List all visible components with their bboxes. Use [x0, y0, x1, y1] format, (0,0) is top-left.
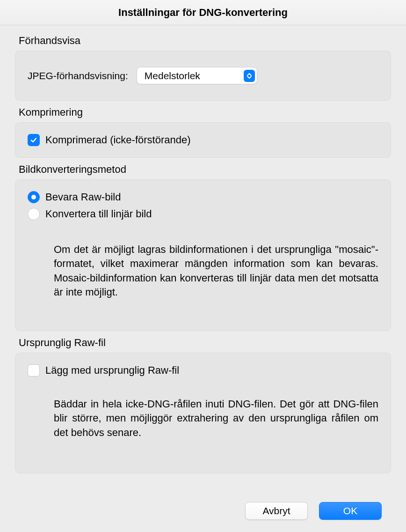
- jpeg-preview-select-wrap: Medelstorlek: [137, 67, 257, 84]
- dialog-buttons: Avbryt OK: [245, 502, 382, 520]
- compressed-checkbox[interactable]: [28, 134, 40, 146]
- dialog-content: Förhandsvisa JPEG-förhandsvisning: Medel…: [0, 25, 406, 473]
- conversion-panel: Bevara Raw-bild Konvertera till linjär b…: [15, 179, 391, 331]
- original-raw-panel: Lägg med ursprunglig Raw-fil Bäddar in h…: [15, 353, 391, 473]
- preview-section-label: Förhandsvisa: [19, 35, 391, 47]
- preview-panel: JPEG-förhandsvisning: Medelstorlek: [15, 51, 391, 101]
- preserve-raw-row[interactable]: Bevara Raw-bild: [28, 191, 378, 203]
- embed-raw-checkbox[interactable]: [28, 364, 40, 377]
- compressed-label: Komprimerad (icke-förstörande): [45, 134, 191, 146]
- ok-button[interactable]: OK: [319, 502, 382, 520]
- compression-section-label: Komprimering: [19, 106, 391, 118]
- convert-linear-row[interactable]: Konvertera till linjär bild: [28, 208, 378, 220]
- convert-linear-label: Konvertera till linjär bild: [45, 208, 152, 220]
- cancel-button[interactable]: Avbryt: [245, 502, 308, 520]
- compression-panel: Komprimerad (icke-förstörande): [15, 122, 391, 158]
- preserve-raw-radio[interactable]: [28, 191, 40, 203]
- jpeg-preview-select[interactable]: Medelstorlek: [137, 67, 257, 84]
- conversion-section-label: Bildkonverteringsmetod: [19, 163, 391, 176]
- convert-linear-radio[interactable]: [28, 208, 40, 220]
- original-raw-description: Bäddar in hela icke-DNG-råfilen inuti DN…: [54, 397, 378, 440]
- compressed-row[interactable]: Komprimerad (icke-förstörande): [28, 134, 378, 146]
- embed-raw-row[interactable]: Lägg med ursprunglig Raw-fil: [28, 364, 378, 377]
- embed-raw-label: Lägg med ursprunglig Raw-fil: [45, 364, 179, 377]
- original-raw-section-label: Ursprunglig Raw-fil: [19, 337, 391, 349]
- jpeg-preview-label: JPEG-förhandsvisning:: [28, 70, 128, 81]
- conversion-description: Om det är möjligt lagras bildinformation…: [54, 243, 378, 299]
- preserve-raw-label: Bevara Raw-bild: [45, 191, 121, 203]
- window-title: Inställningar för DNG-konvertering: [0, 0, 406, 25]
